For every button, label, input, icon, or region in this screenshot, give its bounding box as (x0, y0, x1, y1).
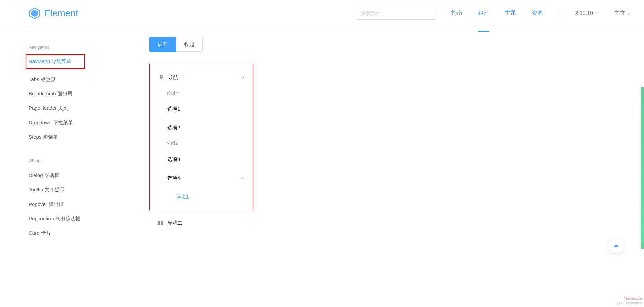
sidebar-item-popconfirm[interactable]: Popconfirm 气泡确认框 (29, 212, 122, 226)
nav-resource[interactable]: 资源 (532, 0, 543, 26)
sidebar-item-navmenu[interactable]: NavMenu 导航菜单 (26, 55, 84, 68)
search-input[interactable] (357, 7, 435, 20)
menu-opt2[interactable]: 选项2 (152, 118, 251, 137)
language-label: 中文 (614, 10, 625, 17)
sidebar-item-card[interactable]: Card 卡片 (29, 226, 122, 240)
nav-component[interactable]: 组件 (478, 0, 489, 26)
chevron-down-icon (627, 11, 631, 14)
chevron-up-icon (241, 76, 245, 80)
menu-nav2[interactable]: 导航二 (149, 214, 253, 232)
demo-menu-box: 导航一 分组一 选项1 选项2 分组2 选项3 选项4 选项1 (149, 64, 253, 210)
menu-nav1[interactable]: 导航一 (152, 68, 251, 87)
sidebar: Navigation NavMenu 导航菜单 Tabs 标签页 Breadcr… (29, 32, 129, 240)
menu-nav2-label: 导航二 (167, 220, 182, 226)
version-dropdown[interactable]: 2.15.10 (575, 10, 598, 16)
sidebar-item-breadcrumb[interactable]: Breadcrumb 面包屑 (29, 87, 122, 101)
version-label: 2.15.10 (575, 10, 593, 16)
menu-opt1[interactable]: 选项1 (152, 99, 251, 118)
nav-right: 指南 组件 主题 资源 2.15.10 中文 (357, 0, 631, 26)
sidebar-item-tooltip[interactable]: Tooltip 文字提示 (29, 183, 122, 197)
nav-guide[interactable]: 指南 (451, 0, 462, 26)
nav-theme[interactable]: 主题 (505, 0, 516, 26)
chevron-up-icon (241, 177, 245, 180)
menu-grid-icon (158, 221, 163, 225)
menu-group2: 分组2 (152, 137, 251, 150)
collapse-button[interactable]: 收起 (176, 37, 203, 52)
header: Element 指南 组件 主题 资源 2.15.10 中文 (0, 0, 644, 27)
sidebar-item-dropdown[interactable]: Dropdown 下拉菜单 (29, 116, 122, 130)
sidebar-item-pageheader[interactable]: PageHeader 页头 (29, 101, 122, 116)
language-dropdown[interactable]: 中文 (614, 10, 631, 17)
element-logo-icon (29, 7, 41, 19)
menu-opt3[interactable]: 选项3 (152, 150, 251, 169)
expand-button[interactable]: 展开 (149, 37, 176, 52)
menu-nav1-label: 导航一 (168, 74, 183, 81)
sidebar-item-steps[interactable]: Steps 步骤条 (29, 130, 122, 144)
svg-marker-1 (31, 10, 38, 17)
location-icon (159, 75, 164, 80)
button-row: 展开 收起 (149, 37, 615, 52)
menu-opt4[interactable]: 选项4 (152, 169, 251, 187)
sidebar-item-popover[interactable]: Popover 弹出框 (29, 197, 122, 212)
menu-opt4-label: 选项4 (167, 175, 180, 181)
sidebar-group-navigation: Navigation (29, 45, 122, 50)
sidebar-item-tabs[interactable]: Tabs 标签页 (29, 72, 122, 87)
content: 展开 收起 导航一 分组一 选项1 选项2 分组2 选项3 选项4 选项1 导航… (129, 32, 615, 240)
menu-group1: 分组一 (152, 87, 251, 99)
logo-text: Element (44, 8, 78, 19)
divider (559, 10, 559, 16)
logo[interactable]: Element (29, 7, 78, 19)
nav-links: 指南 组件 主题 资源 (451, 0, 543, 26)
sidebar-group-others: Others (29, 158, 122, 163)
menu-opt4-sub1[interactable]: 选项1 (152, 187, 251, 206)
page-body: Navigation NavMenu 导航菜单 Tabs 标签页 Breadcr… (0, 27, 644, 240)
chevron-down-icon (595, 11, 599, 14)
sidebar-item-dialog[interactable]: Dialog 对话框 (29, 168, 122, 183)
scrollbar[interactable] (641, 87, 644, 240)
